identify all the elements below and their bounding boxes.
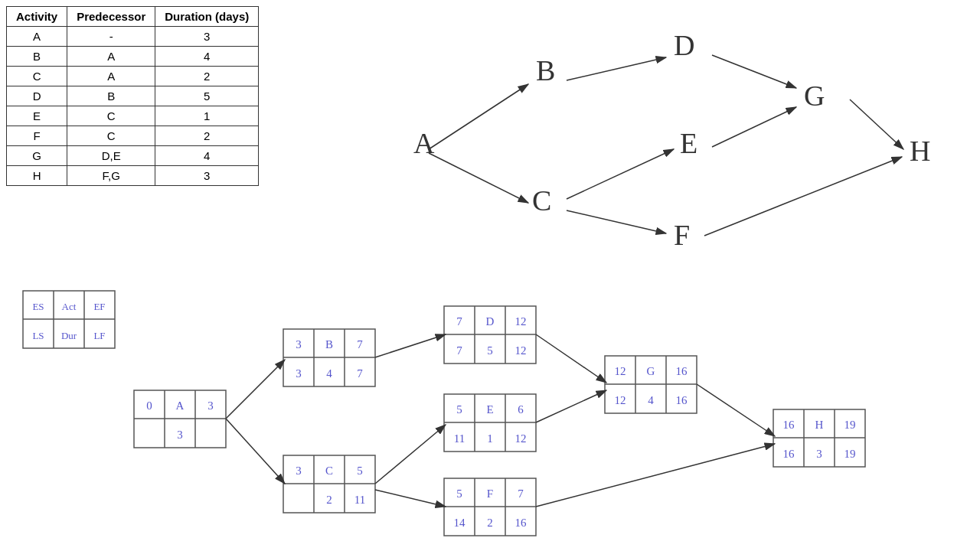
- network-diagram: A B C D E F G H: [352, 0, 949, 283]
- svg-text:7: 7: [518, 487, 524, 500]
- col-header-predecessor: Predecessor: [67, 7, 155, 27]
- table-cell: A: [7, 27, 67, 47]
- table-row: HF,G3: [7, 166, 259, 186]
- svg-text:F: F: [487, 487, 493, 500]
- svg-line-108: [375, 334, 446, 357]
- col-header-duration: Duration (days): [155, 7, 259, 27]
- node-H: 16 H 19 16 3 19: [773, 409, 865, 467]
- svg-text:G: G: [647, 365, 655, 377]
- table-cell: B: [7, 47, 67, 67]
- cpm-diagram: ES Act EF LS Dur LF 0 A 3 3 3 B 7 3 4 7 …: [0, 283, 980, 551]
- table-cell: 4: [155, 47, 259, 67]
- node-A: 0 A 3 3: [134, 390, 226, 448]
- svg-text:12: 12: [515, 315, 527, 328]
- node-G: 12 G 16 12 4 16: [605, 356, 697, 413]
- svg-text:16: 16: [783, 448, 795, 460]
- table-cell: A: [67, 67, 155, 86]
- svg-text:A: A: [176, 399, 185, 412]
- svg-text:19: 19: [844, 448, 856, 460]
- table-cell: D,E: [67, 146, 155, 166]
- svg-text:16: 16: [783, 419, 795, 431]
- table-cell: A: [67, 47, 155, 67]
- svg-text:11: 11: [454, 432, 465, 445]
- svg-text:7: 7: [456, 315, 462, 328]
- table-cell: C: [67, 126, 155, 146]
- svg-text:3: 3: [816, 448, 822, 460]
- svg-line-111: [536, 334, 606, 383]
- svg-text:3: 3: [177, 429, 183, 441]
- svg-line-2: [429, 153, 528, 203]
- table-cell: E: [7, 106, 67, 126]
- table-row: A-3: [7, 27, 259, 47]
- node-E: 5 E 6 11 1 12: [444, 394, 536, 452]
- svg-line-106: [226, 360, 285, 419]
- svg-text:14: 14: [454, 517, 466, 529]
- svg-text:E: E: [486, 403, 493, 416]
- table-body: A-3BA4CA2DB5EC1FC2GD,E4HF,G3: [7, 27, 259, 186]
- table-cell: 2: [155, 126, 259, 146]
- activity-table: Activity Predecessor Duration (days) A-3…: [6, 6, 259, 186]
- svg-text:LS: LS: [32, 330, 44, 341]
- svg-text:H: H: [815, 419, 824, 431]
- svg-line-6: [712, 55, 796, 88]
- svg-line-9: [704, 157, 902, 236]
- svg-text:Dur: Dur: [61, 330, 77, 341]
- svg-text:11: 11: [354, 494, 365, 506]
- svg-text:12: 12: [515, 344, 527, 357]
- node-D: 7 D 12 7 5 12: [444, 306, 536, 364]
- node-B: 3 B 7 3 4 7: [283, 329, 375, 386]
- svg-text:3: 3: [207, 399, 214, 412]
- svg-text:G: G: [804, 80, 825, 112]
- table-cell: 4: [155, 146, 259, 166]
- svg-text:C: C: [532, 184, 551, 217]
- legend-node: ES Act EF LS Dur LF: [23, 291, 115, 348]
- table-cell: 5: [155, 86, 259, 106]
- svg-line-114: [536, 444, 775, 507]
- svg-text:4: 4: [648, 394, 654, 406]
- svg-text:7: 7: [357, 367, 363, 380]
- svg-text:5: 5: [357, 465, 363, 477]
- svg-text:D: D: [674, 29, 694, 61]
- svg-text:16: 16: [676, 394, 688, 406]
- svg-text:4: 4: [326, 367, 332, 380]
- svg-line-7: [712, 107, 796, 147]
- svg-text:E: E: [680, 127, 697, 159]
- svg-text:ES: ES: [32, 301, 44, 312]
- svg-line-8: [850, 99, 903, 149]
- svg-text:12: 12: [615, 365, 626, 377]
- svg-line-109: [375, 425, 446, 484]
- table-cell: 3: [155, 166, 259, 186]
- svg-text:EF: EF: [93, 301, 105, 312]
- svg-text:7: 7: [456, 344, 462, 357]
- table-cell: D: [7, 86, 67, 106]
- svg-text:3: 3: [296, 338, 302, 350]
- svg-line-110: [375, 490, 446, 507]
- table-cell: B: [67, 86, 155, 106]
- svg-text:16: 16: [515, 517, 528, 529]
- svg-text:C: C: [325, 465, 333, 477]
- table-row: DB5: [7, 86, 259, 106]
- table-row: EC1: [7, 106, 259, 126]
- svg-text:A: A: [413, 127, 435, 159]
- svg-line-5: [567, 210, 666, 233]
- svg-line-4: [567, 149, 674, 199]
- svg-text:Act: Act: [62, 301, 77, 312]
- node-C: 3 C 5 2 11: [283, 455, 375, 513]
- svg-text:5: 5: [487, 344, 493, 357]
- svg-text:12: 12: [615, 394, 626, 406]
- svg-text:3: 3: [296, 465, 302, 477]
- svg-text:H: H: [910, 135, 930, 167]
- svg-text:B: B: [536, 54, 555, 86]
- svg-text:5: 5: [456, 403, 462, 416]
- svg-text:19: 19: [844, 419, 856, 431]
- svg-text:1: 1: [487, 432, 493, 445]
- svg-text:LF: LF: [93, 330, 105, 341]
- table-row: BA4: [7, 47, 259, 67]
- svg-text:D: D: [486, 315, 495, 328]
- table-cell: H: [7, 166, 67, 186]
- table-cell: -: [67, 27, 155, 47]
- svg-line-3: [567, 57, 666, 80]
- table-cell: G: [7, 146, 67, 166]
- svg-text:3: 3: [296, 367, 302, 380]
- table-cell: F,G: [67, 166, 155, 186]
